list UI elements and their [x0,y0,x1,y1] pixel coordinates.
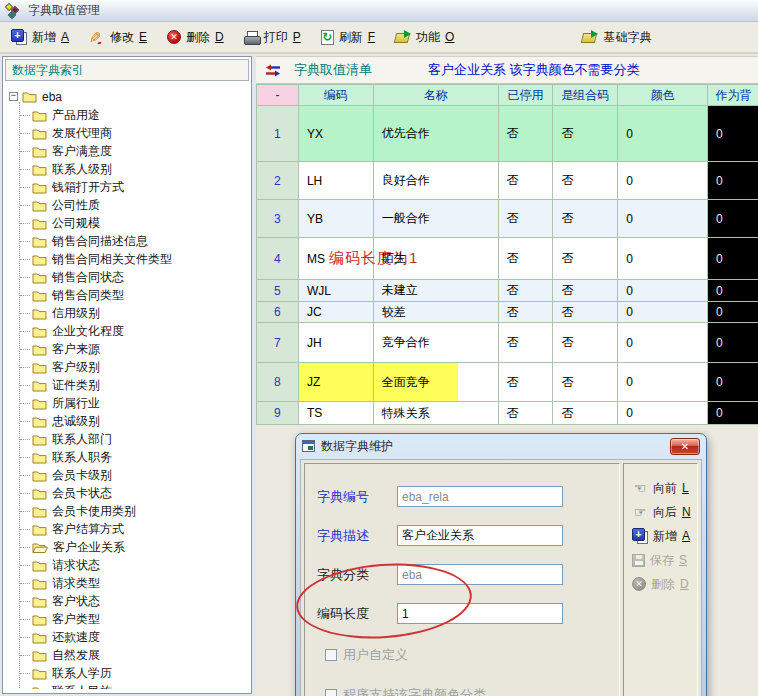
tree-item-label: 客户企业关系 [53,539,125,556]
table-row[interactable]: 3 YB 一般合作 否 否 0 0 [257,200,758,238]
edit-icon [89,29,105,45]
tree-item[interactable]: 发展代理商 [33,124,251,142]
tree-item[interactable]: 客户企业关系 [33,538,251,556]
folder-icon [32,271,47,284]
toolbar-button[interactable]: 刷新F [314,26,382,49]
tree-item[interactable]: 请求类型 [33,574,251,592]
add-icon [11,29,27,45]
dialog-button[interactable]: 向前 L [632,476,697,500]
row-number: 2 [257,162,299,200]
tree-item-label: 请求状态 [52,557,100,574]
dialog-button-panel: 向前 L 向后 N 新增 A [623,463,698,696]
table-row[interactable]: 7 JH 竞争合作 否 否 0 0 [257,323,758,363]
table-row[interactable]: 2 LH 良好合作 否 否 0 0 [257,162,758,200]
tree-item[interactable]: 所属行业 [33,394,251,412]
folder-icon [32,631,47,644]
checkbox[interactable] [325,649,337,661]
row-background-color: 0 [708,238,758,280]
row-combo: 否 [553,200,618,238]
tree-item-label: 证件类别 [52,377,100,394]
tree-item[interactable]: 联系人民族 [33,682,251,689]
tree-item[interactable]: 忠诚级别 [33,412,251,430]
tree-item[interactable]: 客户结算方式 [33,520,251,538]
tree-item[interactable]: 联系人级别 [33,160,251,178]
table-row[interactable]: 8 JZ 全面竞争 否 否 0 0 [257,363,758,402]
toolbar-button-accel: P [293,30,301,44]
toolbar-button-label: 刷新 [339,29,363,46]
folder-icon [32,469,47,482]
dialog-button[interactable]: 新增 A [632,524,697,548]
tree-root-item[interactable]: eba [9,87,251,106]
toolbar-button[interactable]: 功能O [388,26,461,49]
row-code: TS [299,402,374,425]
tree-item[interactable]: 销售合同描述信息 [33,232,251,250]
tree-item[interactable]: 客户满意度 [33,142,251,160]
tree-item[interactable]: 会员卡级别 [33,466,251,484]
table-row[interactable]: 9 TS 特殊关系 否 否 0 0 [257,402,758,425]
row-stopped: 否 [499,402,554,425]
tree-item-label: 公司规模 [52,215,100,232]
tree-item[interactable]: 联系人部门 [33,430,251,448]
tree-root-label: eba [42,90,62,104]
toolbar-button[interactable]: 删除D [160,26,231,49]
row-background-color: 0 [708,200,758,238]
table-row[interactable]: 6 JC 较差 否 否 0 0 [257,302,758,323]
row-combo: 否 [553,106,618,162]
folder-icon [32,217,47,230]
column-header-stopped: 已停用 [499,85,554,106]
tree-item[interactable]: 联系人职务 [33,448,251,466]
tree-item[interactable]: 销售合同类型 [33,286,251,304]
tree-item[interactable]: 销售合同相关文件类型 [33,250,251,268]
tree-item[interactable]: 自然发展 [33,646,251,664]
row-code: YX [299,106,374,162]
row-combo: 否 [553,238,618,280]
tree-item[interactable]: 联系人学历 [33,664,251,682]
row-stopped: 否 [499,162,554,200]
toolbar-button[interactable]: 基础字典 [575,26,663,49]
tree-item-label: 联系人职务 [52,449,112,466]
row-combo: 否 [553,402,618,425]
tree-item[interactable]: 公司规模 [33,214,251,232]
field-input[interactable] [397,486,563,507]
tree-item[interactable]: 产品用途 [33,106,251,124]
tree-item-label: 联系人民族 [52,683,112,690]
field-input[interactable] [397,603,563,624]
tree-item[interactable]: 会员卡状态 [33,484,251,502]
dialog-button[interactable]: 向后 N [632,500,697,524]
dialog-button[interactable]: 删除 D [632,572,697,596]
field-input[interactable] [397,564,563,585]
tree-item[interactable]: 还款速度 [33,628,251,646]
hand-left-icon [632,480,648,496]
table-row[interactable]: 5 WJL 未建立 否 否 0 0 [257,280,758,302]
sidebar-header: 数据字典索引 [5,59,249,81]
tree-item-label: 客户来源 [52,341,100,358]
tree-item[interactable]: 请求状态 [33,556,251,574]
tree-item[interactable]: 公司性质 [33,196,251,214]
checkbox[interactable] [325,689,337,696]
toolbar-button[interactable]: 修改E [82,26,154,49]
toolbar-button-label: 新增 [32,29,56,46]
folder-icon [32,397,47,410]
toolbar-button[interactable]: 新增A [4,26,76,49]
tree-item[interactable]: 客户级别 [33,358,251,376]
tree-item[interactable]: 客户类型 [33,610,251,628]
tree-item[interactable]: 客户来源 [33,340,251,358]
tree-item[interactable]: 企业文化程度 [33,322,251,340]
row-code: JC [299,302,374,323]
dialog-button[interactable]: 保存 S [632,548,697,572]
add-icon [632,528,648,544]
tree-item[interactable]: 钱箱打开方式 [33,178,251,196]
tree-item[interactable]: 信用级别 [33,304,251,322]
row-code: JH [299,323,374,363]
row-color: 0 [618,323,708,363]
field-input[interactable] [397,525,563,546]
tree-item[interactable]: 证件类别 [33,376,251,394]
close-icon[interactable]: ✕ [670,438,700,455]
tree-item[interactable]: 客户状态 [33,592,251,610]
collapse-expander-icon[interactable] [9,92,18,101]
tree-item[interactable]: 会员卡使用类别 [33,502,251,520]
tree-item[interactable]: 销售合同状态 [33,268,251,286]
table-row[interactable]: 1 YX 优先合作 否 否 0 0 [257,106,758,162]
toolbar-button[interactable]: 打印P [237,26,308,49]
base-dict-icon [582,29,598,45]
